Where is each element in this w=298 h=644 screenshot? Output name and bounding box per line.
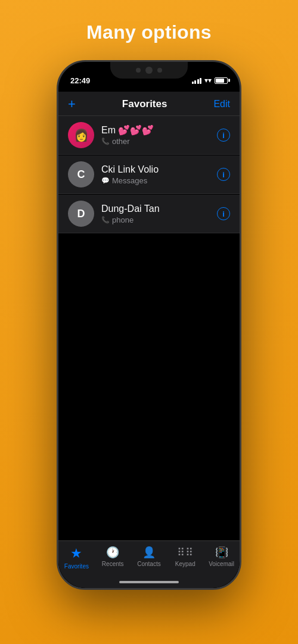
tab-contacts-label: Contacts xyxy=(137,561,160,567)
keypad-icon: ⠿⠿ xyxy=(177,546,194,559)
screen: + Favorites Edit 👩 Em 💕💕💕 📞 other xyxy=(58,92,240,588)
battery-icon xyxy=(215,77,228,84)
sub-icon: 📞 xyxy=(101,137,110,145)
info-button[interactable]: i xyxy=(217,129,230,142)
home-indicator xyxy=(119,581,179,583)
sub-icon: 📞 xyxy=(101,216,110,224)
tab-voicemail-label: Voicemail xyxy=(209,561,234,567)
signal-icon xyxy=(192,77,202,84)
info-button[interactable]: i xyxy=(217,168,230,181)
item-info: Dung-Dai Tan 📞 phone xyxy=(101,204,217,224)
avatar: C xyxy=(68,161,94,187)
contact-sub: 💬 Messages xyxy=(101,176,217,185)
notch-camera xyxy=(145,67,153,74)
list-item[interactable]: D Dung-Dai Tan 📞 phone i xyxy=(58,195,240,233)
add-favorite-button[interactable]: + xyxy=(68,98,76,111)
sub-label: other xyxy=(112,137,130,146)
favorites-icon: ★ xyxy=(70,546,82,561)
tab-contacts[interactable]: 👤 Contacts xyxy=(132,546,165,567)
sub-label: Messages xyxy=(112,176,147,185)
contact-name: Em 💕💕💕 xyxy=(101,124,217,136)
voicemail-icon: 📳 xyxy=(215,546,228,559)
avatar-letter: C xyxy=(77,168,85,181)
status-icons: ▾▾ xyxy=(192,76,228,85)
contact-name: Cki Link Volio xyxy=(101,164,217,175)
phone-shell: 22:49 ▾▾ + Favorites Edit xyxy=(57,60,241,590)
contact-name: Dung-Dai Tan xyxy=(101,204,217,214)
avatar: 👩 xyxy=(68,122,94,148)
notch-dot-2 xyxy=(157,68,162,73)
nav-title: Favorites xyxy=(122,98,167,110)
info-button[interactable]: i xyxy=(217,207,230,220)
sub-label: phone xyxy=(112,215,134,224)
notch-dot-1 xyxy=(136,68,141,73)
recents-icon: 🕐 xyxy=(106,546,119,559)
tab-keypad[interactable]: ⠿⠿ Keypad xyxy=(169,546,201,567)
avatar-letter: D xyxy=(77,208,85,220)
list-item[interactable]: 👩 Em 💕💕💕 📞 other i xyxy=(58,116,240,155)
page-title: Many options xyxy=(86,21,212,43)
list-item[interactable]: C Cki Link Volio 💬 Messages i xyxy=(58,155,240,194)
tab-recents[interactable]: 🕐 Recents xyxy=(97,546,129,567)
status-bar: 22:49 ▾▾ xyxy=(58,62,240,92)
item-info: Em 💕💕💕 📞 other xyxy=(101,124,217,146)
contact-sub: 📞 phone xyxy=(101,215,217,224)
favorites-list: 👩 Em 💕💕💕 📞 other i C xyxy=(58,116,240,588)
tab-favorites[interactable]: ★ Favorites xyxy=(60,546,93,570)
avatar: D xyxy=(68,201,94,227)
wifi-icon: ▾▾ xyxy=(204,76,212,85)
status-time: 22:49 xyxy=(70,76,90,85)
contact-sub: 📞 other xyxy=(101,137,217,146)
sub-icon: 💬 xyxy=(101,177,110,185)
tab-recents-label: Recents xyxy=(102,561,124,567)
nav-bar: + Favorites Edit xyxy=(58,92,240,116)
tab-favorites-label: Favorites xyxy=(64,563,89,570)
contacts-icon: 👤 xyxy=(142,546,156,559)
tab-keypad-label: Keypad xyxy=(175,561,195,567)
edit-button[interactable]: Edit xyxy=(213,99,230,110)
item-info: Cki Link Volio 💬 Messages xyxy=(101,164,217,185)
tab-voicemail[interactable]: 📳 Voicemail xyxy=(205,546,238,567)
notch xyxy=(110,62,188,79)
